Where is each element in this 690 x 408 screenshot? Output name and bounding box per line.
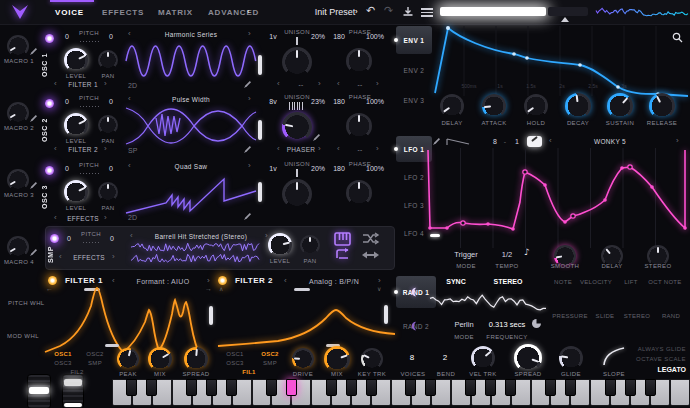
filter2-input-osc1[interactable]: OSC1 xyxy=(222,351,248,357)
smp-loop-icon[interactable] xyxy=(334,248,351,262)
piano-white-key[interactable] xyxy=(670,379,690,406)
osc1-tune[interactable]: 0 xyxy=(103,33,119,40)
filter2-drive-knob[interactable] xyxy=(292,348,314,370)
piano-black-key[interactable] xyxy=(366,379,377,396)
osc1-morph-mode[interactable]: 2D xyxy=(128,82,137,89)
env-delay-knob[interactable] xyxy=(440,94,464,118)
osc2-detune-knob[interactable] xyxy=(282,112,312,142)
rand-stereo-toggle[interactable]: STEREO xyxy=(492,278,524,285)
slope-control[interactable] xyxy=(602,346,626,366)
macro4-edit-icon[interactable] xyxy=(29,248,38,257)
osc2-detune-edit-icon[interactable] xyxy=(312,133,321,142)
modsrc-note[interactable]: NOTE xyxy=(550,279,576,285)
tab-env2[interactable]: ENV 2 xyxy=(396,56,432,84)
osc1-selb-prev-icon[interactable]: ‹ xyxy=(337,80,340,87)
lfo-shape-prev-icon[interactable]: ‹ xyxy=(549,137,552,144)
filter1-mix-slider[interactable] xyxy=(105,344,119,347)
env-decay-knob[interactable] xyxy=(565,93,591,119)
osc2-waveform-display[interactable] xyxy=(126,104,256,148)
vital-logo-icon[interactable] xyxy=(9,3,31,21)
lfo-display[interactable] xyxy=(428,148,688,248)
filter1-input-osc3[interactable]: OSC3 xyxy=(50,360,76,366)
osc1-wave-next-icon[interactable]: › xyxy=(248,30,251,37)
lfo-mode-value[interactable]: Trigger xyxy=(446,250,486,259)
rand-sync-style-icon[interactable] xyxy=(531,318,542,329)
next-preset-icon[interactable]: › xyxy=(355,8,358,15)
osc1-randphase-value[interactable]: 100% xyxy=(362,33,388,40)
smp-keytrack-icon[interactable] xyxy=(334,232,351,246)
tab-lfo1[interactable]: LFO 1 xyxy=(396,136,432,162)
osc3-level-knob[interactable] xyxy=(64,180,88,204)
rand-freq-value[interactable]: 0.313 secs xyxy=(484,320,530,329)
tab-lfo4[interactable]: LFO 4 xyxy=(396,220,432,246)
osc2-selb-prev-icon[interactable]: ‹ xyxy=(337,145,340,152)
osc2-pitch-dots[interactable] xyxy=(79,105,99,108)
osc2-morph-mode[interactable]: SP xyxy=(128,147,137,154)
pitch-wheel-handle[interactable] xyxy=(29,387,49,394)
osc3-routing-prev-icon[interactable]: ‹ xyxy=(54,214,57,221)
filter2-mix-knob[interactable] xyxy=(324,346,350,372)
smp-waveform-display[interactable] xyxy=(131,241,259,265)
piano-black-key[interactable] xyxy=(206,379,217,396)
menu-icon[interactable] xyxy=(421,7,433,17)
osc3-pitch-dots[interactable] xyxy=(79,172,99,175)
osc1-waveform-display[interactable] xyxy=(126,39,256,83)
piano-black-key[interactable] xyxy=(126,379,137,396)
tab-rand2[interactable]: RAND 2 xyxy=(396,310,436,342)
piano-black-key[interactable] xyxy=(545,379,556,396)
smp-routing-prev-icon[interactable]: ‹ xyxy=(59,253,62,260)
pitch-wheel[interactable] xyxy=(27,374,51,408)
filter1-spread-knob[interactable] xyxy=(184,347,208,371)
osc1-wave-edit-icon[interactable] xyxy=(243,80,252,89)
osc1-routing[interactable]: FILTER 1 xyxy=(62,81,104,88)
filter1-mix-knob[interactable] xyxy=(148,347,172,371)
lfo-shape-name[interactable]: WONKY 5 xyxy=(560,138,660,145)
osc3-wave-next-icon[interactable]: › xyxy=(248,162,251,169)
osc1-detune-knob[interactable] xyxy=(282,47,312,77)
env-sustain-knob[interactable] xyxy=(607,93,633,119)
modsrc-slide[interactable]: SLIDE xyxy=(592,313,618,319)
osc2-selb-next-icon[interactable]: › xyxy=(376,145,379,152)
tab-effects[interactable]: EFFECTS xyxy=(102,0,144,24)
smp-tune[interactable]: 0 xyxy=(104,235,120,242)
lfo-paint-icon[interactable] xyxy=(527,136,542,147)
filter2-cutoff-slider[interactable] xyxy=(384,305,388,324)
lfo-grid-y[interactable]: 1 xyxy=(510,138,524,145)
piano-black-key[interactable] xyxy=(505,379,516,396)
modsrc-lift[interactable]: LIFT xyxy=(620,279,642,285)
osc2-power-toggle[interactable] xyxy=(45,99,54,108)
smp-bounce-icon[interactable] xyxy=(362,250,379,260)
volume-meter[interactable] xyxy=(440,7,546,16)
piano-black-key[interactable] xyxy=(565,379,576,396)
nav-collapse-icon[interactable]: ‹ xyxy=(247,8,250,15)
osc2-sela-next-icon[interactable]: › xyxy=(318,145,321,152)
volume-handle-icon[interactable] xyxy=(561,17,569,22)
smp-sample-name[interactable]: Barrell Hit Stretched (Stereo) xyxy=(138,233,264,240)
modsrc-stereo[interactable]: STEREO xyxy=(622,313,652,319)
voices-value[interactable]: 8 xyxy=(402,353,422,362)
osc1-pan-knob[interactable] xyxy=(98,50,118,70)
osc2-phase-knob[interactable] xyxy=(346,113,372,139)
osc1-selector-a[interactable]: -- xyxy=(285,81,317,88)
filter2-type-prev-icon[interactable]: ‹ xyxy=(284,277,287,284)
osc1-wave-prev-icon[interactable]: ‹ xyxy=(128,30,131,37)
smp-routing-next-icon[interactable]: › xyxy=(112,253,115,260)
envelope-display[interactable]: 500ms1s 1.5s2s 2.5s3s xyxy=(432,26,688,96)
osc3-detune-knob[interactable] xyxy=(282,179,312,209)
rand-display[interactable] xyxy=(430,290,546,310)
env-hold-knob[interactable] xyxy=(524,94,548,118)
osc3-morph-mode[interactable]: 2D xyxy=(128,214,137,221)
piano-black-key[interactable] xyxy=(485,379,496,396)
osc2-wave-prev-icon[interactable]: ‹ xyxy=(128,95,131,102)
osc1-sela-next-icon[interactable]: › xyxy=(318,80,321,87)
piano-black-key[interactable] xyxy=(146,379,157,396)
tab-lfo3[interactable]: LFO 3 xyxy=(396,192,432,218)
tab-env3[interactable]: ENV 3 xyxy=(396,86,432,114)
osc1-level-knob[interactable] xyxy=(64,48,88,72)
osc3-pan-knob[interactable] xyxy=(98,182,118,202)
osc2-pan-knob[interactable] xyxy=(98,115,118,135)
tab-env1[interactable]: ENV 1 xyxy=(396,26,432,54)
osc2-unison-voices[interactable]: 8v xyxy=(264,98,282,105)
filter2-input-fil1[interactable]: FIL1 xyxy=(236,369,262,375)
smp-level-knob[interactable] xyxy=(268,233,292,257)
